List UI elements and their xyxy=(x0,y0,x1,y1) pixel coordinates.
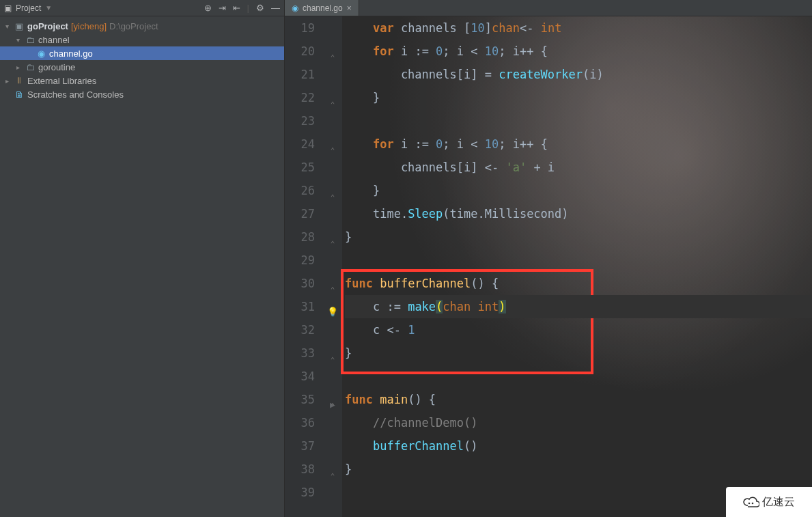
fold-icon[interactable]: ⌄ xyxy=(323,348,342,372)
editor-area: ◉ channel.go × 1920212223242526272829303… xyxy=(285,0,812,517)
intention-bulb-icon[interactable]: 💡 xyxy=(323,301,342,324)
fold-icon[interactable]: ⌃ xyxy=(323,139,342,163)
project-tool-icon: ▣ xyxy=(4,3,12,13)
tree-label: channel.go xyxy=(49,48,93,59)
tab-channel-go[interactable]: ◉ channel.go × xyxy=(285,0,359,16)
fold-icon[interactable]: ⌄ xyxy=(323,186,342,209)
code-line[interactable]: //channelDemo() xyxy=(345,411,812,434)
tree-scratches[interactable]: 🗎 Scratches and Consoles xyxy=(0,87,284,101)
code-line[interactable]: } xyxy=(345,458,812,481)
code-line[interactable]: } xyxy=(345,86,812,109)
gear-icon[interactable]: ⚙ xyxy=(256,3,264,13)
fold-icon[interactable]: ⌃ xyxy=(323,395,342,418)
tab-label: channel.go xyxy=(303,3,343,13)
fold-icon[interactable]: ⌃ xyxy=(323,46,342,70)
project-tree[interactable]: ▾ ▣ goProject [yicheng] D:\goProject ▾ 🗀… xyxy=(0,16,284,517)
folder-icon: 🗀 xyxy=(25,35,36,45)
tree-label: External Libraries xyxy=(27,76,96,86)
editor-tabs: ◉ channel.go × xyxy=(285,0,812,16)
code-line[interactable]: } xyxy=(345,225,812,249)
gutter-marks[interactable]: ⌃⌄⌃⌄⌄⌃💡⌄▶⌃⌄ xyxy=(323,16,342,517)
tree-external-libs[interactable]: ▸ ⫴ External Libraries xyxy=(0,74,284,87)
branch-label: [yicheng] xyxy=(71,21,107,31)
code-line[interactable] xyxy=(345,109,812,132)
fold-icon[interactable]: ⌄ xyxy=(323,464,342,488)
fold-icon[interactable]: ⌃ xyxy=(323,279,342,302)
close-icon[interactable]: × xyxy=(347,3,352,13)
code-line[interactable]: time.Sleep(time.Millisecond) xyxy=(345,202,812,225)
tree-label: Scratches and Consoles xyxy=(27,89,124,100)
tree-label: channel xyxy=(38,35,70,45)
tree-label: goroutine xyxy=(38,62,75,72)
code-line[interactable]: var channels [10]chan<- int xyxy=(345,16,812,40)
code-line[interactable]: } xyxy=(345,341,812,365)
tree-file-channel-go[interactable]: ◉ channel.go xyxy=(0,46,284,60)
code-line[interactable] xyxy=(345,481,812,504)
code-line[interactable]: } xyxy=(345,179,812,202)
path-label: D:\goProject xyxy=(109,21,158,31)
code-line[interactable] xyxy=(345,249,812,272)
fold-icon[interactable]: ⌄ xyxy=(323,93,342,116)
code-line[interactable]: func main() { xyxy=(345,388,812,411)
code-line[interactable]: for i := 0; i < 10; i++ { xyxy=(345,132,812,156)
tree-label: goProject xyxy=(27,21,68,31)
code-column[interactable]: var channels [10]chan<- int for i := 0; … xyxy=(342,16,812,517)
code-editor[interactable]: 1920212223242526272829303132333435363738… xyxy=(285,16,812,517)
code-line[interactable]: channels[i] = createWorker(i) xyxy=(345,63,812,86)
code-line[interactable]: bufferChannel() xyxy=(345,434,812,458)
sidebar-title[interactable]: Project xyxy=(16,3,41,13)
collapse-icon[interactable]: ⇤ xyxy=(233,3,240,13)
code-line[interactable]: for i := 0; i < 10; i++ { xyxy=(345,40,812,63)
code-line[interactable]: func bufferChannel() { xyxy=(345,272,812,295)
target-icon[interactable]: ⊕ xyxy=(204,3,212,13)
folder-icon: ▣ xyxy=(14,21,25,31)
sidebar-header: ▣ Project ▼ ⊕ ⇥ ⇤ | ⚙ — xyxy=(0,0,284,16)
fold-icon[interactable]: ⌄ xyxy=(323,232,342,255)
go-file-icon: ◉ xyxy=(292,3,298,13)
dropdown-icon[interactable]: ▼ xyxy=(45,4,52,12)
tree-folder-channel[interactable]: ▾ 🗀 channel xyxy=(0,33,284,46)
library-icon: ⫴ xyxy=(14,75,25,86)
code-line[interactable] xyxy=(345,365,812,388)
code-line[interactable]: c := make(chan int) xyxy=(345,295,812,318)
project-sidebar: ▣ Project ▼ ⊕ ⇥ ⇤ | ⚙ — ▾ ▣ goProject [y… xyxy=(0,0,285,517)
folder-icon: 🗀 xyxy=(25,62,36,72)
expand-icon[interactable]: ⇥ xyxy=(219,3,226,13)
code-line[interactable]: c <- 1 xyxy=(345,318,812,341)
tree-folder-goroutine[interactable]: ▸ 🗀 goroutine xyxy=(0,60,284,74)
go-file-icon: ◉ xyxy=(36,48,46,59)
scratches-icon: 🗎 xyxy=(14,89,25,100)
line-number-gutter: 1920212223242526272829303132333435363738… xyxy=(285,16,323,517)
tree-root[interactable]: ▾ ▣ goProject [yicheng] D:\goProject xyxy=(0,19,284,33)
code-line[interactable]: channels[i] <- 'a' + i xyxy=(345,156,812,179)
hide-icon[interactable]: — xyxy=(271,3,280,13)
